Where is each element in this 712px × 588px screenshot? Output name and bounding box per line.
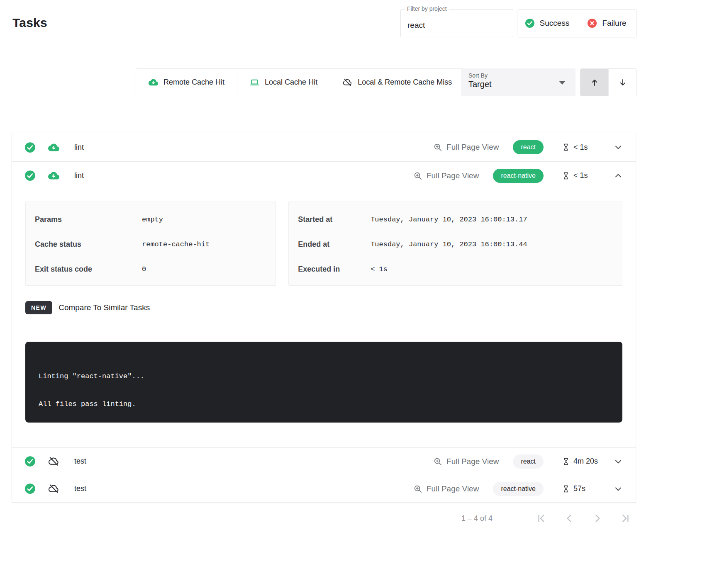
- pagination: 1 – 4 of 4: [12, 509, 636, 527]
- chevron-down-icon[interactable]: [613, 484, 623, 494]
- sort-by-label: Sort By: [468, 72, 568, 79]
- remote-cache-hit-button[interactable]: Remote Cache Hit: [136, 69, 237, 96]
- sort-by-value: Target: [468, 80, 568, 89]
- task-params-panel: Params empty Cache status remote-cache-h…: [25, 202, 276, 286]
- zoom-in-icon: [413, 171, 422, 180]
- chevron-up-icon[interactable]: [613, 171, 623, 181]
- local-cache-hit-label: Local Cache Hit: [265, 78, 317, 87]
- full-page-view-link[interactable]: Full Page View: [413, 484, 479, 493]
- failure-filter-button[interactable]: Failure: [577, 10, 636, 37]
- pagination-range: 1 – 4 of 4: [461, 514, 493, 523]
- arrow-up-icon: [590, 78, 600, 87]
- zoom-in-icon: [413, 484, 422, 493]
- executed-in-label: Executed in: [298, 265, 371, 274]
- project-badge[interactable]: react: [513, 140, 544, 154]
- x-circle-icon: [587, 18, 597, 28]
- params-value: empty: [142, 216, 163, 224]
- task-name: test: [74, 484, 86, 493]
- first-page-icon[interactable]: [536, 513, 546, 524]
- compare-to-similar-tasks-link[interactable]: Compare To Similar Tasks: [59, 303, 150, 312]
- sort-by-select[interactable]: Sort By Target: [461, 68, 575, 96]
- check-circle-icon: [24, 456, 36, 467]
- arrow-down-icon: [618, 78, 628, 87]
- full-page-view-link[interactable]: Full Page View: [413, 171, 479, 180]
- project-filter-label: Filter by project: [405, 5, 449, 12]
- zoom-in-icon: [433, 457, 442, 466]
- chevron-down-icon[interactable]: [613, 457, 623, 467]
- task-timing-panel: Started at Tuesday, January 10, 2023 16:…: [288, 202, 622, 286]
- executed-in-value: < 1s: [371, 265, 388, 273]
- cloud-slash-icon: [48, 483, 59, 494]
- check-circle-icon: [525, 18, 535, 28]
- hourglass-icon: [562, 457, 570, 466]
- zoom-in-icon: [433, 143, 442, 152]
- remote-cache-hit-label: Remote Cache Hit: [163, 78, 224, 87]
- prev-page-icon[interactable]: [564, 513, 575, 524]
- project-filter-input[interactable]: [401, 10, 513, 37]
- task-list-card: lint Full Page View react < 1s: [12, 133, 636, 503]
- cache-miss-button[interactable]: Local & Remote Cache Miss: [330, 69, 464, 96]
- cache-status-value: remote-cache-hit: [142, 241, 210, 248]
- started-at-value: Tuesday, January 10, 2023 16:00:13.17: [371, 216, 527, 224]
- terminal-output: Linting "react-native"... All files pass…: [25, 342, 622, 423]
- sort-descending-button[interactable]: [608, 69, 636, 96]
- page-title: Tasks: [12, 16, 47, 30]
- terminal-line: Linting "react-native"...: [39, 372, 609, 380]
- task-duration: < 1s: [562, 171, 607, 180]
- task-name: lint: [74, 171, 84, 180]
- chevron-down-icon: [559, 81, 566, 85]
- check-circle-icon: [24, 483, 36, 494]
- failure-filter-label: Failure: [602, 19, 626, 28]
- cloud-download-icon: [48, 170, 59, 181]
- params-label: Params: [35, 215, 142, 224]
- task-name: lint: [74, 143, 84, 152]
- hourglass-icon: [562, 485, 570, 493]
- ended-at-label: Ended at: [298, 240, 371, 249]
- started-at-label: Started at: [298, 215, 371, 224]
- task-row-lint-react-native[interactable]: lint Full Page View react-native < 1s: [12, 161, 636, 190]
- next-page-icon[interactable]: [592, 513, 603, 524]
- full-page-view-link[interactable]: Full Page View: [433, 143, 499, 152]
- check-circle-icon: [24, 170, 36, 181]
- status-filter-group: Success Failure: [517, 9, 637, 37]
- local-cache-hit-button[interactable]: Local Cache Hit: [237, 69, 330, 96]
- sort-ascending-button[interactable]: [580, 69, 608, 96]
- cache-miss-label: Local & Remote Cache Miss: [358, 78, 452, 87]
- task-row-lint-react[interactable]: lint Full Page View react < 1s: [12, 133, 636, 161]
- project-badge[interactable]: react-native: [493, 169, 544, 183]
- project-badge[interactable]: react-native: [493, 482, 544, 496]
- cloud-download-icon: [48, 142, 59, 153]
- check-circle-icon: [24, 142, 36, 153]
- task-duration: 57s: [562, 484, 607, 493]
- task-name: test: [74, 457, 86, 466]
- cloud-download-icon: [149, 78, 158, 87]
- full-page-view-link[interactable]: Full Page View: [433, 457, 499, 466]
- project-badge[interactable]: react: [513, 454, 544, 469]
- hourglass-icon: [562, 172, 570, 180]
- cloud-slash-icon: [48, 456, 59, 467]
- exit-status-code-value: 0: [142, 265, 146, 273]
- last-page-icon[interactable]: [620, 513, 631, 524]
- sort-direction-group: [580, 68, 637, 96]
- cloud-slash-icon: [343, 78, 352, 87]
- task-duration: 4m 20s: [562, 457, 607, 466]
- chevron-down-icon[interactable]: [613, 142, 623, 152]
- task-detail-section: Params empty Cache status remote-cache-h…: [12, 202, 636, 447]
- success-filter-label: Success: [540, 19, 570, 28]
- task-duration: < 1s: [562, 143, 607, 152]
- cache-status-label: Cache status: [35, 240, 142, 249]
- project-filter-field[interactable]: Filter by project: [400, 9, 513, 37]
- success-filter-button[interactable]: Success: [517, 10, 577, 37]
- task-row-test-react-native[interactable]: test Full Page View react-native 57s: [12, 475, 636, 502]
- task-row-test-react[interactable]: test Full Page View react 4m 20s: [12, 447, 636, 475]
- exit-status-code-label: Exit status code: [35, 265, 142, 274]
- new-badge: NEW: [25, 301, 52, 314]
- terminal-line: All files pass linting.: [39, 400, 609, 408]
- cache-filter-group: Remote Cache Hit Local Cache Hit Local &…: [136, 68, 465, 96]
- hourglass-icon: [562, 143, 570, 151]
- laptop-icon: [250, 78, 259, 87]
- ended-at-value: Tuesday, January 10, 2023 16:00:13.44: [371, 241, 527, 248]
